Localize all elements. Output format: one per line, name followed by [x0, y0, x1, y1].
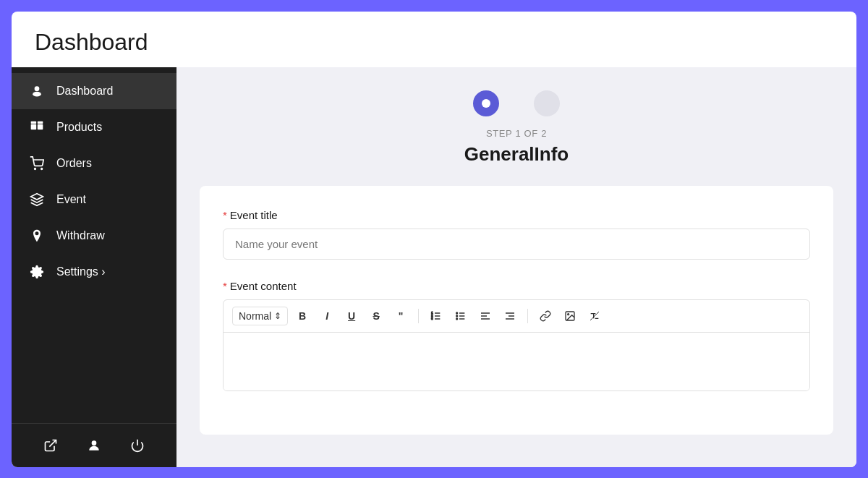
- sidebar-bottom: [12, 423, 176, 467]
- event-icon: [29, 192, 45, 208]
- dashboard-icon: [29, 83, 45, 99]
- svg-point-1: [33, 92, 41, 97]
- user-icon[interactable]: [84, 435, 104, 456]
- svg-point-0: [35, 86, 40, 91]
- strikethrough-button[interactable]: S: [366, 306, 386, 326]
- svg-point-9: [92, 440, 97, 445]
- sidebar-item-settings[interactable]: Settings ›: [12, 254, 176, 290]
- format-select[interactable]: Normal ⇕: [232, 307, 288, 325]
- italic-button[interactable]: I: [317, 306, 337, 326]
- align-right-button[interactable]: [500, 306, 520, 326]
- sidebar-item-withdraw[interactable]: Withdraw: [12, 218, 176, 254]
- rich-text-editor: Normal ⇕ B I U S ": [223, 299, 810, 391]
- unordered-list-button[interactable]: [451, 306, 471, 326]
- form-card: * Event title * Event content Normal: [200, 186, 833, 435]
- svg-point-21: [456, 315, 458, 317]
- sidebar-label-dashboard: Dashboard: [56, 85, 113, 98]
- products-icon: [29, 119, 45, 135]
- svg-line-8: [49, 440, 56, 447]
- sidebar-label-event: Event: [56, 193, 86, 206]
- sidebar-label-products: Products: [56, 121, 102, 134]
- svg-point-6: [35, 168, 36, 170]
- toolbar-divider-2: [527, 309, 528, 323]
- align-left-button[interactable]: [475, 306, 495, 326]
- sidebar-label-settings: Settings ›: [56, 265, 106, 278]
- orders-icon: [29, 155, 45, 171]
- editor-body[interactable]: [224, 333, 809, 390]
- power-icon[interactable]: [127, 435, 148, 456]
- withdraw-icon: [29, 228, 45, 244]
- sidebar-nav: Dashboard Products: [12, 67, 176, 423]
- quote-button[interactable]: ": [391, 306, 411, 326]
- sidebar-item-event[interactable]: Event: [12, 182, 176, 218]
- svg-rect-4: [31, 121, 37, 124]
- svg-line-33: [590, 312, 599, 320]
- step-label: STEP 1 OF 2: [486, 128, 547, 139]
- sidebar-label-withdraw: Withdraw: [56, 229, 105, 242]
- underline-button[interactable]: U: [341, 306, 362, 326]
- svg-point-20: [456, 312, 458, 314]
- sidebar-label-orders: Orders: [56, 157, 92, 170]
- event-title-label: * Event title: [223, 209, 810, 221]
- sidebar-item-orders[interactable]: Orders: [12, 145, 176, 182]
- required-star-2: *: [223, 280, 227, 292]
- editor-toolbar: Normal ⇕ B I U S ": [224, 300, 809, 333]
- svg-rect-5: [38, 121, 43, 124]
- ordered-list-button[interactable]: 1 2 3: [426, 306, 446, 326]
- sidebar-item-dashboard[interactable]: Dashboard: [12, 73, 176, 109]
- clear-format-button[interactable]: [584, 306, 605, 326]
- svg-text:3: 3: [431, 317, 433, 320]
- external-link-icon[interactable]: [41, 435, 61, 456]
- settings-icon: [29, 264, 45, 280]
- toolbar-divider-1: [418, 309, 419, 323]
- bold-button[interactable]: B: [292, 306, 312, 326]
- sidebar-item-products[interactable]: Products: [12, 109, 176, 145]
- step-2-circle: [534, 90, 560, 116]
- required-star: *: [223, 209, 227, 221]
- chevron-icon: ⇕: [274, 311, 281, 321]
- svg-point-7: [41, 168, 43, 170]
- step-title: GeneralInfo: [464, 143, 569, 166]
- step-1-circle: [473, 90, 499, 116]
- event-content-group: * Event content Normal ⇕ B I U S: [223, 280, 810, 391]
- link-button[interactable]: [535, 306, 556, 326]
- svg-rect-2: [31, 124, 37, 130]
- event-content-label: * Event content: [223, 280, 810, 292]
- content-area: STEP 1 OF 2 GeneralInfo * Event title *: [176, 67, 856, 467]
- event-title-group: * Event title: [223, 209, 810, 260]
- steps-container: STEP 1 OF 2 GeneralInfo: [200, 90, 833, 166]
- image-button[interactable]: [560, 306, 580, 326]
- event-title-input[interactable]: [223, 229, 810, 260]
- svg-rect-3: [38, 124, 43, 130]
- svg-point-22: [456, 318, 458, 320]
- svg-point-30: [568, 314, 569, 315]
- sidebar: Dashboard Products: [12, 67, 176, 467]
- page-title: Dashboard: [12, 12, 856, 67]
- steps-circles: [473, 90, 560, 116]
